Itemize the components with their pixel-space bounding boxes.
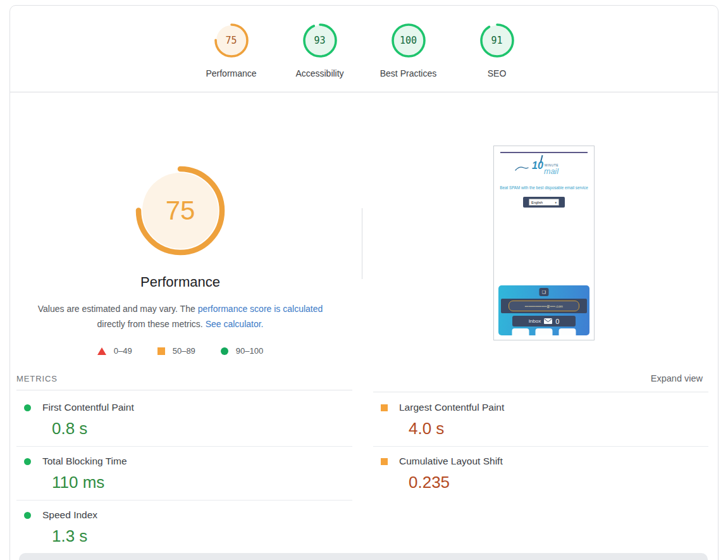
metric-label: Speed Index bbox=[42, 509, 97, 521]
page-screenshot-thumbnail[interactable]: 10 MINUTE mail Beat SPAM with the best d… bbox=[493, 146, 595, 340]
thumb-tab bbox=[536, 328, 553, 335]
metric-label: Cumulative Layout Shift bbox=[399, 456, 503, 467]
gauge-score: 91 bbox=[479, 23, 515, 58]
good-circle-icon bbox=[221, 347, 228, 355]
section-vertical-divider bbox=[362, 208, 362, 279]
description-text: directly from these metrics. bbox=[97, 319, 206, 329]
legend-item-good: 90–100 bbox=[221, 346, 263, 356]
gauge-ring: 93 bbox=[302, 23, 338, 58]
gauge-label: Best Practices bbox=[380, 68, 436, 78]
performance-description: Values are estimated and may vary. The p… bbox=[28, 301, 332, 332]
performance-score-value: 75 bbox=[135, 166, 225, 256]
metric-status-icon bbox=[24, 458, 31, 465]
metric-label: First Contentful Paint bbox=[42, 402, 134, 413]
thumb-tab bbox=[559, 328, 576, 335]
category-gauge-accessibility[interactable]: 93 Accessibility bbox=[290, 23, 350, 92]
category-gauge-best-practices[interactable]: 100 Best Practices bbox=[378, 23, 439, 92]
metric-label: Total Blocking Time bbox=[42, 456, 127, 467]
thumb-tab bbox=[512, 328, 529, 335]
legend-item-fail: 0–49 bbox=[97, 346, 132, 356]
legend-range: 0–49 bbox=[114, 346, 132, 356]
expand-view-button[interactable]: Expand view bbox=[651, 373, 703, 383]
metric-label: Largest Contentful Paint bbox=[399, 402, 504, 413]
metric-first-contentful-paint: First Contentful Paint 0.8 s bbox=[16, 393, 352, 447]
metric-total-blocking-time: Total Blocking Time 110 ms bbox=[16, 447, 352, 501]
gauge-label: SEO bbox=[488, 68, 507, 78]
metric-value: 0.235 bbox=[409, 473, 708, 492]
inbox-bar: Inbox 0 bbox=[512, 316, 576, 327]
thumb-header-line bbox=[500, 152, 588, 153]
metrics-heading: METRICS bbox=[16, 374, 58, 383]
metric-value: 1.3 s bbox=[52, 526, 352, 546]
gauge-label: Accessibility bbox=[295, 68, 343, 78]
category-gauge-performance[interactable]: 75 Performance bbox=[201, 23, 262, 92]
score-calculation-link[interactable]: performance score is calculated bbox=[198, 304, 323, 314]
average-square-icon bbox=[157, 347, 165, 355]
language-button: English ▾ bbox=[523, 197, 565, 208]
logo-swoosh-icon bbox=[514, 164, 529, 173]
email-address-bar: •••••••••••••••••@••••.com bbox=[501, 299, 587, 313]
metric-value: 110 ms bbox=[52, 473, 352, 492]
score-legend: 0–49 50–89 90–100 bbox=[28, 346, 332, 356]
see-calculator-link[interactable]: See calculator. bbox=[206, 319, 264, 329]
metric-largest-contentful-paint: Largest Contentful Paint 4.0 s bbox=[373, 393, 708, 447]
description-text: Values are estimated and may vary. The bbox=[38, 304, 198, 314]
legend-range: 50–89 bbox=[173, 346, 195, 356]
metric-value: 4.0 s bbox=[409, 419, 708, 439]
category-gauge-seo[interactable]: 91 SEO bbox=[467, 23, 527, 92]
next-section-bar bbox=[19, 553, 708, 560]
thumb-bottom-tabs bbox=[512, 328, 576, 335]
category-gauges-row: 75 Performance 93 Accessibility 100 Best… bbox=[10, 6, 718, 92]
metric-value: 0.8 s bbox=[52, 419, 352, 439]
metrics-header-row: METRICS Expand view bbox=[16, 371, 703, 385]
tenminutemail-logo: 10 MINUTE mail bbox=[494, 156, 594, 183]
metrics-divider bbox=[373, 392, 708, 392]
thumb-email-panel: ❏ •••••••••••••••••@••••.com Inbox 0 bbox=[498, 285, 589, 335]
metric-status-icon bbox=[381, 458, 388, 465]
metrics-divider bbox=[16, 390, 352, 390]
copy-icon: ❏ bbox=[540, 288, 549, 296]
legend-item-average: 50–89 bbox=[157, 346, 195, 356]
logo-10: 10 bbox=[532, 160, 543, 171]
metric-status-icon bbox=[24, 404, 31, 411]
language-selected: English bbox=[531, 201, 543, 204]
metric-cumulative-layout-shift: Cumulative Layout Shift 0.235 bbox=[373, 447, 708, 501]
lighthouse-report-card: 75 Performance 93 Accessibility 100 Best… bbox=[9, 5, 719, 560]
metric-speed-index: Speed Index 1.3 s bbox=[16, 501, 352, 554]
metric-status-icon bbox=[381, 404, 388, 411]
inbox-label: Inbox bbox=[529, 318, 541, 324]
thumb-tagline: Beat SPAM with the best disposable email… bbox=[494, 185, 594, 190]
logo-mail: mail bbox=[544, 167, 558, 176]
email-address-masked: •••••••••••••••••@••••.com bbox=[509, 301, 579, 311]
language-select: English ▾ bbox=[529, 199, 559, 206]
performance-score-gauge: 75 bbox=[135, 166, 225, 256]
gauge-score: 100 bbox=[391, 23, 426, 58]
fail-triangle-icon bbox=[97, 347, 106, 355]
gauge-ring: 100 bbox=[391, 23, 426, 58]
gauge-label: Performance bbox=[206, 68, 256, 78]
gauge-score: 93 bbox=[302, 23, 338, 58]
metric-status-icon bbox=[24, 512, 31, 519]
select-caret-icon: ▾ bbox=[555, 201, 557, 204]
gauge-ring: 91 bbox=[479, 23, 515, 58]
inbox-count: 0 bbox=[555, 318, 559, 325]
envelope-icon bbox=[544, 318, 552, 324]
gauge-ring: 75 bbox=[214, 23, 249, 58]
legend-range: 90–100 bbox=[236, 346, 263, 356]
performance-section-title: Performance bbox=[85, 274, 275, 290]
gauge-score: 75 bbox=[214, 23, 249, 58]
